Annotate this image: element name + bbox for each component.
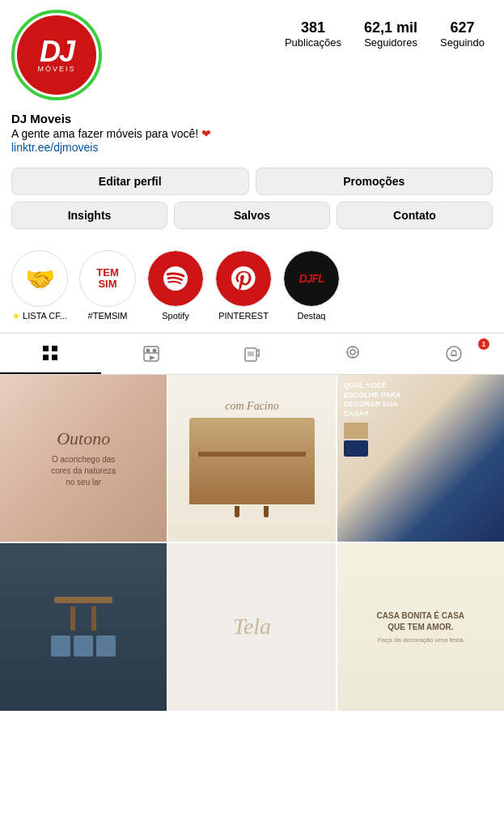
stats-row: 381 Publicações 62,1 mil Seguidores 627 …: [118, 10, 493, 49]
btn-row-1: Editar perfil Promoções: [11, 168, 493, 195]
svg-point-12: [350, 350, 355, 355]
post-wood-inner: QUAL VOCÊESCOLHE PARADECORAR SUACASA?: [337, 375, 504, 542]
tab-tagged[interactable]: [303, 334, 404, 374]
svg-marker-8: [150, 355, 155, 360]
post-casa[interactable]: CASA BONITA É CASAQUE TEM AMOR. Faça da …: [337, 543, 504, 710]
highlight-spotify[interactable]: Spotify: [147, 250, 204, 321]
promotions-button[interactable]: Promoções: [256, 168, 493, 195]
chair-2: [74, 636, 93, 657]
highlight-circle-spotify: [147, 250, 204, 307]
tab-reels[interactable]: [101, 334, 202, 374]
highlight-djfl[interactable]: DJFL Destaq: [283, 250, 340, 321]
temsim-content: TEMSIM: [80, 251, 135, 306]
spotify-content: [148, 251, 203, 306]
djfl-text: DJFL: [299, 272, 324, 285]
svg-rect-1: [52, 346, 57, 351]
facino-legs: [235, 506, 269, 517]
saved-button[interactable]: Salvos: [174, 202, 330, 229]
shop-icon: [444, 344, 464, 363]
highlight-temsim[interactable]: TEMSIM #TEMSIM: [79, 250, 136, 321]
facino-shelf: [198, 452, 305, 457]
followers-count: 62,1 mil: [364, 19, 417, 36]
highlight-circle-lista: 🤝: [11, 250, 68, 307]
tab-shop[interactable]: 1: [403, 334, 504, 374]
highlight-label-djfl: Destaq: [298, 311, 326, 321]
contact-button[interactable]: Contato: [337, 202, 493, 229]
facino-furniture: [189, 418, 315, 504]
highlight-circle-pinterest: [215, 250, 272, 307]
temsim-text: TEMSIM: [96, 267, 118, 291]
svg-point-5: [146, 349, 150, 353]
followers-label: Seguidores: [364, 36, 417, 49]
tab-grid[interactable]: [0, 334, 101, 374]
post-casa-text: CASA BONITA É CASAQUE TEM AMOR.: [377, 610, 465, 633]
post-autumn[interactable]: Outono O aconchego dascores da naturezan…: [0, 375, 167, 542]
posts-grid: Outono O aconchego dascores da naturezan…: [0, 375, 504, 711]
post-autumn-sub: O aconchego dascores da naturezano seu l…: [51, 454, 116, 488]
post-wood-options: [344, 423, 368, 457]
table-leg-r: [91, 606, 96, 631]
post-facino[interactable]: com Facino: [168, 375, 335, 542]
highlight-label-temsim: #TEMSIM: [88, 311, 128, 321]
post-dining[interactable]: [0, 543, 167, 710]
svg-rect-2: [43, 355, 49, 360]
post-autumn-title: Outono: [57, 428, 110, 449]
highlight-circle-djfl: DJFL: [283, 250, 340, 307]
avatar: DJ MÓVEIS: [17, 15, 96, 95]
profile-bio: A gente ama fazer móveis para você! ❤: [11, 127, 493, 140]
highlight-label-pinterest: PINTEREST: [218, 311, 269, 321]
insights-button[interactable]: Insights: [11, 202, 167, 229]
star-icon: ★: [12, 311, 20, 321]
stat-following[interactable]: 627 Seguindo: [440, 19, 485, 49]
djfl-content: DJFL: [284, 251, 339, 306]
avatar-container[interactable]: DJ MÓVEIS: [11, 10, 102, 100]
post-wood[interactable]: QUAL VOCÊESCOLHE PARADECORAR SUACASA?: [337, 375, 504, 542]
table-leg-l: [70, 606, 75, 631]
svg-point-17: [447, 346, 461, 361]
post-casa-inner: CASA BONITA É CASAQUE TEM AMOR. Faça da …: [337, 543, 504, 710]
svg-point-11: [347, 346, 358, 358]
stat-followers[interactable]: 62,1 mil Seguidores: [364, 19, 417, 49]
wood-chip-2: [344, 440, 368, 457]
heart-icon: ❤: [201, 127, 211, 140]
profile-header: DJ MÓVEIS 381 Publicações 62,1 mil Segui…: [0, 0, 504, 107]
post-dining-inner: [0, 543, 167, 710]
pinterest-icon: [229, 264, 258, 293]
stat-publications[interactable]: 381 Publicações: [285, 19, 341, 49]
post-wood-question: QUAL VOCÊESCOLHE PARADECORAR SUACASA?: [344, 381, 401, 419]
igtv-icon: [242, 344, 261, 363]
post-facino-title: com Facino: [225, 400, 278, 413]
highlight-label-lista: ★ LISTA CF...: [12, 311, 67, 321]
post-tile-title: Tela: [233, 614, 271, 640]
highlight-lista-cf[interactable]: 🤝 ★ LISTA CF...: [11, 250, 68, 321]
post-casa-sub: Faça da decoração uma festa: [378, 636, 464, 644]
pinterest-content: [216, 251, 271, 306]
avatar-ring: DJ MÓVEIS: [11, 10, 102, 100]
svg-point-6: [152, 349, 156, 353]
tab-bar: 1: [0, 333, 504, 375]
avatar-moveis-text: MÓVEIS: [37, 65, 75, 73]
dining-furniture: [51, 597, 116, 657]
tab-igtv[interactable]: [201, 334, 303, 374]
wood-chip-1: [344, 423, 368, 439]
post-tile-inner: Tela: [168, 543, 335, 710]
publications-label: Publicações: [285, 36, 341, 49]
profile-info: DJ Moveis A gente ama fazer móveis para …: [0, 107, 504, 163]
spotify-icon: [161, 264, 190, 293]
svg-rect-0: [43, 346, 49, 351]
highlight-label-spotify: Spotify: [162, 311, 189, 321]
highlight-pinterest[interactable]: PINTEREST: [215, 250, 272, 321]
highlight-circle-temsim: TEMSIM: [79, 250, 136, 307]
edit-profile-button[interactable]: Editar perfil: [11, 168, 249, 195]
post-tile[interactable]: Tela: [168, 543, 335, 710]
handshake-icon: 🤝: [25, 265, 55, 293]
chairs: [51, 636, 116, 657]
table-legs: [70, 606, 96, 631]
profile-link[interactable]: linktr.ee/djmoveis: [11, 141, 98, 154]
casa-content: CASA BONITA É CASAQUE TEM AMOR. Faça da …: [377, 610, 465, 644]
following-count: 627: [451, 19, 475, 36]
post-autumn-inner: Outono O aconchego dascores da naturezan…: [0, 375, 167, 542]
facino-leg-left: [235, 506, 239, 517]
tagged-icon: [343, 344, 362, 363]
highlights-row: 🤝 ★ LISTA CF... TEMSIM #TEMSIM Spotify: [0, 242, 504, 326]
